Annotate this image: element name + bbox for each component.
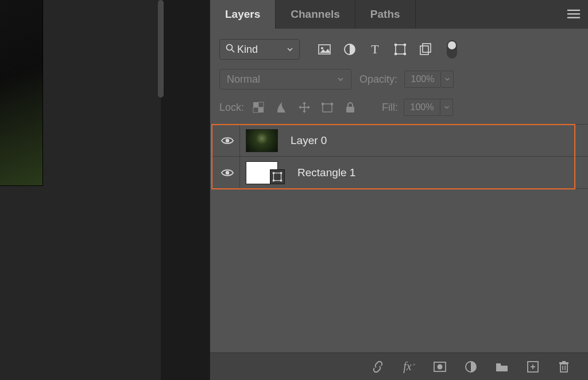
svg-rect-15 — [253, 102, 258, 107]
tab-channels[interactable]: Channels — [276, 0, 355, 29]
svg-rect-12 — [404, 53, 406, 55]
svg-point-31 — [438, 364, 443, 369]
opacity-dropdown-button[interactable] — [441, 71, 454, 88]
svg-rect-8 — [396, 45, 405, 54]
layer-thumbnail[interactable] — [246, 129, 278, 152]
filter-type-layers-icon[interactable]: T — [369, 43, 381, 56]
filter-shape-layers-icon[interactable] — [394, 43, 407, 56]
panel-tab-row: Layers Channels Paths — [210, 0, 588, 29]
layers-panel: Layers Channels Paths Kind — [210, 0, 588, 380]
svg-rect-20 — [322, 103, 324, 105]
svg-rect-18 — [253, 107, 258, 113]
svg-rect-22 — [346, 107, 354, 113]
filter-toggle-switch[interactable] — [447, 40, 457, 59]
lock-transparent-icon[interactable] — [252, 101, 265, 114]
chevron-down-icon — [287, 44, 293, 56]
add-mask-icon[interactable] — [433, 360, 447, 374]
lock-all-icon[interactable] — [344, 101, 357, 114]
svg-line-4 — [232, 49, 235, 52]
shape-layer-badge-icon — [270, 169, 285, 184]
fill-dropdown-button[interactable] — [440, 99, 453, 116]
svg-rect-25 — [273, 173, 281, 180]
filter-kind-label: Kind — [237, 44, 287, 56]
lock-image-icon[interactable] — [275, 101, 288, 114]
layer-name[interactable]: Layer 0 — [291, 134, 327, 147]
filter-kind-select[interactable]: Kind — [219, 39, 300, 60]
svg-rect-26 — [273, 172, 274, 173]
svg-point-24 — [225, 170, 229, 174]
filter-smart-objects-icon[interactable] — [419, 43, 432, 56]
svg-rect-40 — [559, 362, 568, 364]
layers-footer-toolbar: fx˅ — [210, 352, 588, 380]
svg-rect-1 — [567, 13, 580, 14]
svg-rect-28 — [273, 179, 274, 181]
svg-point-23 — [225, 138, 229, 142]
tab-paths[interactable]: Paths — [355, 0, 416, 29]
lock-label: Lock: — [219, 102, 244, 114]
svg-rect-17 — [258, 102, 264, 107]
opacity-input[interactable]: 100% — [404, 71, 441, 88]
blend-mode-select[interactable]: Normal — [219, 69, 351, 90]
svg-point-3 — [227, 44, 233, 50]
svg-rect-16 — [258, 107, 264, 113]
link-layers-icon[interactable] — [371, 360, 385, 374]
svg-rect-19 — [323, 104, 332, 112]
layer-name[interactable]: Rectangle 1 — [297, 166, 355, 179]
new-adjustment-layer-icon[interactable] — [464, 360, 478, 374]
svg-rect-27 — [280, 172, 282, 173]
svg-rect-41 — [562, 361, 566, 362]
svg-rect-11 — [394, 53, 397, 55]
layer-row[interactable]: Rectangle 1 — [210, 157, 588, 189]
layer-visibility-toggle[interactable] — [215, 157, 240, 188]
blend-mode-value: Normal — [227, 73, 260, 86]
layer-row[interactable]: Layer 0 — [210, 125, 588, 157]
svg-rect-2 — [567, 17, 580, 18]
lock-position-icon[interactable] — [298, 101, 311, 114]
chevron-down-icon — [337, 73, 344, 86]
svg-rect-10 — [404, 44, 406, 46]
layer-visibility-toggle[interactable] — [215, 125, 240, 156]
blend-opacity-row: Normal Opacity: 100% — [210, 65, 588, 93]
scrollbar-thumb[interactable] — [158, 0, 164, 98]
svg-rect-29 — [280, 179, 282, 181]
search-icon — [226, 44, 235, 56]
layer-filter-row: Kind T — [210, 29, 588, 65]
new-group-icon[interactable] — [495, 360, 509, 374]
filter-pixel-layers-icon[interactable] — [318, 43, 331, 56]
filter-adjustment-layers-icon[interactable] — [343, 43, 356, 56]
svg-point-6 — [321, 47, 323, 49]
canvas-area — [0, 0, 161, 380]
panel-menu-button[interactable] — [559, 0, 588, 29]
layer-list: Layer 0 Rectangle 1 — [210, 124, 588, 189]
fill-label: Fill: — [382, 102, 398, 114]
svg-rect-37 — [560, 364, 567, 372]
svg-rect-9 — [394, 44, 397, 46]
svg-rect-33 — [496, 363, 501, 365]
svg-rect-0 — [567, 10, 580, 11]
delete-layer-icon[interactable] — [557, 360, 571, 374]
opacity-label: Opacity: — [359, 73, 397, 86]
new-layer-icon[interactable] — [526, 360, 540, 374]
lock-row: Lock: Fill: 100% — [210, 93, 588, 124]
layer-effects-icon[interactable]: fx˅ — [402, 360, 416, 374]
hamburger-icon — [567, 9, 580, 20]
panel-gap — [164, 0, 210, 380]
fill-input[interactable]: 100% — [404, 99, 440, 116]
svg-rect-14 — [423, 44, 431, 52]
svg-rect-21 — [331, 103, 333, 105]
lock-artboard-icon[interactable] — [321, 101, 334, 114]
svg-rect-13 — [420, 46, 428, 55]
tab-layers[interactable]: Layers — [210, 0, 276, 29]
document-canvas[interactable] — [0, 0, 43, 186]
